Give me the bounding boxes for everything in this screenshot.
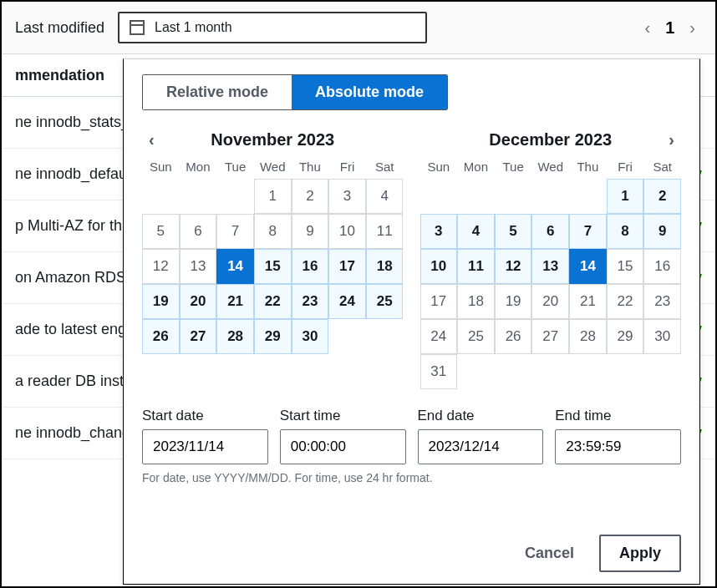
calendar-day[interactable]: 22 [254,284,292,319]
calendar-day[interactable]: 26 [495,319,532,354]
dow-label: Mon [180,160,217,174]
pager: ‹ 1 › [645,18,702,38]
calendar-day[interactable]: 29 [607,319,644,354]
calendar-right: December 2023 › SunMonTueWedThuFriSat 12… [420,125,682,389]
end-time-input[interactable] [555,429,681,464]
calendar-day[interactable]: 13 [531,249,569,284]
calendar-day[interactable]: 13 [180,249,217,284]
end-date-input[interactable] [418,429,544,464]
calendar-day[interactable]: 5 [495,214,532,249]
calendar-day[interactable]: 6 [531,214,569,249]
calendar-day[interactable]: 18 [366,249,404,284]
calendar-day[interactable]: 1 [607,179,644,214]
date-range-trigger[interactable]: Last 1 month [118,12,427,43]
calendar-day[interactable]: 24 [420,319,458,354]
calendar-left: ‹ November 2023 SunMonTueWedThuFriSat 12… [142,125,404,389]
mode-tabs: Relative mode Absolute mode [142,74,448,110]
calendar-day[interactable]: 27 [180,319,217,354]
calendar-day[interactable]: 17 [328,249,366,284]
calendar-day[interactable]: 31 [420,354,458,389]
actions: Cancel Apply [142,518,681,572]
dow-label: Wed [254,160,292,174]
apply-button[interactable]: Apply [599,535,681,572]
calendar-day[interactable]: 14 [216,249,254,284]
calendar-day[interactable]: 12 [142,249,180,284]
calendar-day[interactable]: 19 [142,284,180,319]
calendar-day[interactable]: 1 [254,179,292,214]
pager-page: 1 [665,18,674,38]
calendar-day[interactable]: 11 [366,214,404,249]
dow-label: Sun [142,160,180,174]
calendar-day[interactable]: 29 [254,319,292,354]
calendar-day[interactable]: 9 [292,214,329,249]
calendar-day[interactable]: 25 [366,284,404,319]
calendar-day[interactable]: 2 [292,179,329,214]
calendar-day[interactable]: 9 [643,214,681,249]
format-hint: For date, use YYYY/MM/DD. For time, use … [142,471,681,484]
calendar-day[interactable]: 28 [569,319,607,354]
end-time-label: End time [555,408,681,424]
pager-prev-icon[interactable]: ‹ [645,18,651,38]
calendar-day[interactable]: 10 [328,214,366,249]
calendar-day[interactable]: 8 [254,214,292,249]
calendar-day[interactable]: 4 [366,179,404,214]
dow-label: Fri [607,160,644,174]
calendar-day[interactable]: 20 [180,284,217,319]
calendar-day[interactable]: 7 [216,214,254,249]
tab-relative-mode[interactable]: Relative mode [143,75,292,109]
calendar-day[interactable]: 14 [569,249,607,284]
calendar-day[interactable]: 7 [569,214,607,249]
calendar-day[interactable]: 12 [495,249,532,284]
calendar-day[interactable]: 11 [457,249,495,284]
calendar-day[interactable]: 21 [216,284,254,319]
calendar-day[interactable]: 8 [607,214,644,249]
calendar-day[interactable]: 23 [643,284,681,319]
calendar-day[interactable]: 27 [531,319,569,354]
calendar-icon [130,20,145,35]
calendar-day[interactable]: 26 [142,319,180,354]
dow-label: Sat [366,160,404,174]
calendar-day[interactable]: 30 [643,319,681,354]
month-title-right: December 2023 [489,130,612,150]
pager-next-icon[interactable]: › [689,18,695,38]
tab-absolute-mode[interactable]: Absolute mode [292,75,447,109]
filter-label: Last modified [15,19,104,37]
calendar-day[interactable]: 18 [457,284,495,319]
calendar-day[interactable]: 6 [180,214,217,249]
dow-label: Mon [457,160,495,174]
dow-label: Sun [420,160,458,174]
calendar-day[interactable]: 5 [142,214,180,249]
calendar-day[interactable]: 3 [420,214,458,249]
prev-month-icon[interactable]: ‹ [142,127,161,153]
cancel-button[interactable]: Cancel [515,536,584,570]
dow-label: Wed [531,160,569,174]
dow-label: Sat [643,160,681,174]
calendar-day[interactable]: 15 [607,249,644,284]
datetime-inputs: Start date Start time End date End time [142,408,681,464]
calendar-day[interactable]: 4 [457,214,495,249]
next-month-icon[interactable]: › [662,127,681,153]
calendar-day[interactable]: 23 [292,284,329,319]
start-date-input[interactable] [142,429,268,464]
calendar-day[interactable]: 3 [328,179,366,214]
calendar-day[interactable]: 28 [216,319,254,354]
start-time-input[interactable] [280,429,406,464]
end-date-label: End date [418,408,544,424]
calendar-day[interactable]: 22 [607,284,644,319]
calendar-day[interactable]: 2 [643,179,681,214]
dow-label: Tue [216,160,254,174]
calendar-day[interactable]: 21 [569,284,607,319]
calendar-day[interactable]: 25 [457,319,495,354]
calendar-day[interactable]: 17 [420,284,458,319]
dow-label: Tue [495,160,532,174]
calendar-day[interactable]: 24 [328,284,366,319]
calendar-day[interactable]: 19 [495,284,532,319]
calendar-day[interactable]: 16 [643,249,681,284]
dow-label: Thu [292,160,329,174]
calendar-day[interactable]: 20 [531,284,569,319]
calendar-day[interactable]: 15 [254,249,292,284]
calendar-day[interactable]: 10 [420,249,458,284]
calendar-day[interactable]: 30 [292,319,329,354]
top-bar: Last modified Last 1 month ‹ 1 › [2,2,715,54]
calendar-day[interactable]: 16 [292,249,329,284]
